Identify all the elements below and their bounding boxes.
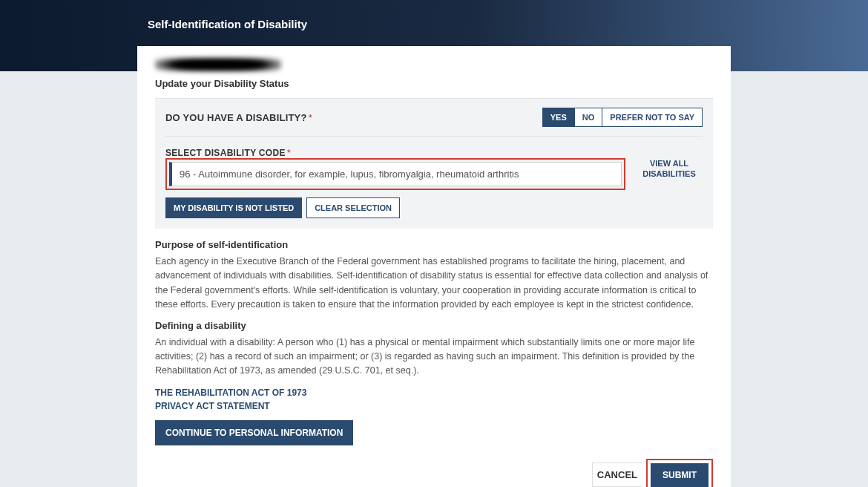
submit-highlight: SUBMIT bbox=[646, 459, 713, 487]
rehab-act-link[interactable]: THE REHABILITATION ACT OF 1973 bbox=[155, 386, 713, 399]
disability-code-input[interactable]: 96 - Autoimmune disorder, for example, l… bbox=[169, 162, 622, 186]
definition-heading: Defining a disability bbox=[155, 320, 713, 331]
footer-actions: CANCEL SUBMIT bbox=[155, 459, 713, 487]
page-title: Self-Identification of Disability bbox=[148, 18, 731, 30]
code-row: 96 - Autoimmune disorder, for example, l… bbox=[165, 158, 703, 190]
definition-text: An individual with a disability: A perso… bbox=[155, 336, 713, 379]
question-label-wrap: DO YOU HAVE A DISABILITY?* bbox=[165, 112, 312, 123]
user-name-redacted bbox=[155, 58, 281, 71]
question-row: DO YOU HAVE A DISABILITY?* YES NO PREFER… bbox=[165, 108, 703, 137]
purpose-heading: Purpose of self-identification bbox=[155, 239, 713, 250]
subtitle: Update your Disability Status bbox=[155, 78, 713, 89]
code-label: SELECT DISABILITY CODE bbox=[165, 148, 286, 158]
continue-button[interactable]: CONTINUE TO PERSONAL INFORMATION bbox=[155, 420, 353, 445]
main-card: Update your Disability Status DO YOU HAV… bbox=[137, 46, 731, 487]
cancel-button[interactable]: CANCEL bbox=[592, 463, 642, 487]
links-block: THE REHABILITATION ACT OF 1973 PRIVACY A… bbox=[155, 386, 713, 413]
privacy-act-link[interactable]: PRIVACY ACT STATEMENT bbox=[155, 399, 713, 413]
code-highlight: 96 - Autoimmune disorder, for example, l… bbox=[165, 158, 625, 190]
answer-prefer-not[interactable]: PREFER NOT TO SAY bbox=[602, 108, 702, 126]
required-asterisk: * bbox=[309, 112, 312, 123]
question-label: DO YOU HAVE A DISABILITY? bbox=[165, 112, 307, 123]
not-listed-button[interactable]: MY DISABILITY IS NOT LISTED bbox=[165, 197, 302, 218]
submit-button[interactable]: SUBMIT bbox=[651, 463, 708, 487]
answer-yes[interactable]: YES bbox=[543, 108, 574, 126]
answer-no[interactable]: NO bbox=[574, 108, 602, 126]
clear-selection-button[interactable]: CLEAR SELECTION bbox=[306, 197, 400, 218]
view-all-disabilities-link[interactable]: VIEW ALL DISABILITIES bbox=[636, 158, 703, 180]
disability-section: DO YOU HAVE A DISABILITY?* YES NO PREFER… bbox=[155, 98, 713, 229]
purpose-text: Each agency in the Executive Branch of t… bbox=[155, 255, 713, 313]
answer-segment: YES NO PREFER NOT TO SAY bbox=[542, 108, 703, 127]
code-buttons: MY DISABILITY IS NOT LISTED CLEAR SELECT… bbox=[165, 197, 703, 218]
code-label-wrap: SELECT DISABILITY CODE* bbox=[165, 147, 703, 158]
required-asterisk: * bbox=[287, 147, 291, 158]
